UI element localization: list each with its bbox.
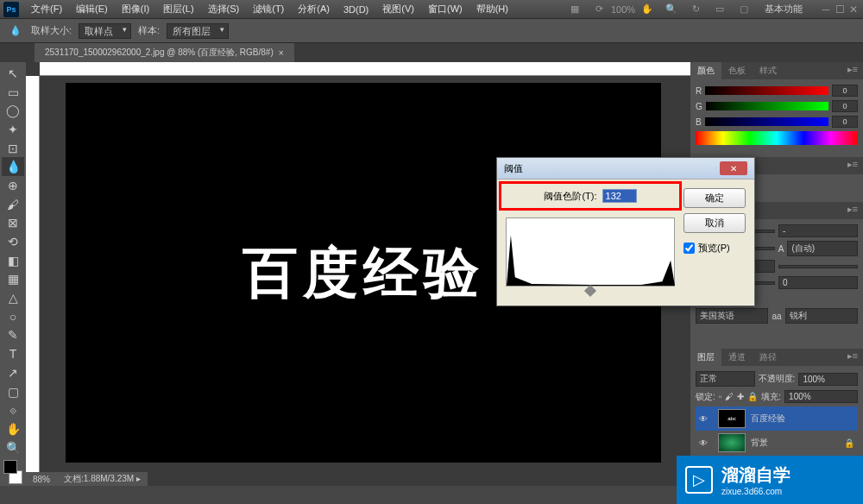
layers-tab[interactable]: 图层 [690,349,721,366]
menu-view[interactable]: 视图(V) [375,1,421,17]
blend-mode-dropdown[interactable]: 正常 [696,371,755,387]
b-value[interactable]: 0 [832,116,858,128]
layer-row[interactable]: 👁 背景 🔒 [696,431,858,455]
history-brush-tool[interactable]: ⟲ [2,232,24,251]
panel-menu-icon[interactable]: ▸≡ [842,349,863,366]
screen-mode-icon[interactable]: ▢ [734,2,754,17]
menu-analysis[interactable]: 分析(A) [291,1,337,17]
sample-size-dropdown[interactable]: 取样点 [79,23,131,39]
3d-tool[interactable]: ⟐ [2,400,24,419]
preview-checkbox[interactable] [683,243,695,254]
marquee-tool[interactable]: ▭ [2,83,24,102]
b-slider[interactable] [705,117,828,126]
cancel-button[interactable]: 取消 [683,213,746,233]
zoom-level[interactable]: 88% [33,475,50,484]
blur-tool[interactable]: △ [2,288,24,307]
magic-wand-tool[interactable]: ✦ [2,120,24,139]
minimize-button[interactable]: ─ [820,3,832,16]
hand-icon[interactable]: ✋ [637,2,658,17]
crop-tool[interactable]: ⊡ [2,139,24,158]
baseline-input[interactable]: 0 [778,276,858,289]
lock-all-icon[interactable]: 🔒 [747,392,758,401]
font-style-input[interactable]: - [778,224,858,237]
threshold-value-input[interactable] [602,189,637,203]
stamp-tool[interactable]: ⊠ [2,214,24,233]
layer-thumbnail: abc [718,409,746,428]
menu-filter[interactable]: 滤镜(T) [246,1,291,17]
lock-transparency-icon[interactable]: ▫ [719,392,722,401]
healing-tool[interactable]: ⊕ [2,176,24,195]
ok-button[interactable]: 确定 [683,188,746,208]
dialog-titlebar[interactable]: 阈值 ✕ [497,158,754,180]
rotate-icon[interactable]: ↻ [685,2,706,17]
move-tool[interactable]: ↖ [2,64,24,83]
r-label: R [696,86,702,96]
path-tool[interactable]: ↗ [2,363,24,382]
antialiasing-dropdown[interactable]: 锐利 [785,308,858,324]
shape-tool[interactable]: ▢ [2,382,24,401]
preview-label: 预览(P) [698,242,730,255]
opacity-input[interactable]: 100% [798,373,858,386]
bridge-icon[interactable]: ▦ [564,2,585,17]
language-dropdown[interactable]: 美国英语 [696,308,768,324]
g-slider[interactable] [706,102,828,110]
type-tool[interactable]: T [2,344,24,363]
fill-input[interactable]: 100% [784,390,858,403]
leading-input[interactable]: (自动) [787,241,858,256]
panel-menu-icon[interactable]: ▸≡ [842,62,863,79]
foreground-color[interactable] [3,460,17,474]
dialog-close-button[interactable]: ✕ [720,161,747,175]
close-button[interactable]: ✕ [847,3,860,16]
threshold-slider[interactable] [506,287,675,297]
layer-name[interactable]: 背景 [751,437,768,449]
menu-help[interactable]: 帮助(H) [469,1,515,17]
menu-edit[interactable]: 编辑(E) [69,1,115,17]
gradient-tool[interactable]: ▦ [2,270,24,289]
lock-position-icon[interactable]: ✚ [737,392,744,401]
dodge-tool[interactable]: ○ [2,307,24,326]
lock-pixels-icon[interactable]: 🖌 [725,392,734,401]
color-tab[interactable]: 颜色 [690,62,721,79]
zoom-icon[interactable]: 🔍 [661,2,682,17]
menu-layer[interactable]: 图层(L) [156,1,200,17]
layer-row[interactable]: 👁 abc 百度经验 [696,406,858,431]
paths-tab[interactable]: 路径 [753,349,784,366]
slider-thumb-icon[interactable] [584,285,596,297]
menu-3d[interactable]: 3D(D) [337,3,375,16]
eraser-tool[interactable]: ◧ [2,251,24,270]
maximize-button[interactable]: ☐ [834,3,846,16]
zoom-tool[interactable]: 🔍 [2,438,24,457]
panel-menu-icon[interactable]: ▸≡ [842,202,863,219]
menu-select[interactable]: 选择(S) [201,1,247,17]
g-value[interactable]: 0 [832,100,858,112]
preview-checkbox-label[interactable]: 预览(P) [683,242,746,255]
r-value[interactable]: 0 [832,85,858,97]
visibility-icon[interactable]: 👁 [699,414,713,424]
threshold-dialog: 阈值 ✕ 阈值色阶(T): 确定 取消 预览(P) [496,157,755,306]
document-tab[interactable]: 2531170_150002962000_2.jpg @ 88% (百度经验, … [35,43,294,62]
r-slider[interactable] [705,86,828,95]
eyedropper-tool[interactable]: 💧 [2,157,24,176]
swatches-tab[interactable]: 色板 [721,62,753,79]
layer-name[interactable]: 百度经验 [751,413,785,425]
hand-tool[interactable]: ✋ [2,419,24,438]
pen-tool[interactable]: ✎ [2,326,24,345]
workspace-selector[interactable]: 基本功能 [758,1,809,17]
styles-tab[interactable]: 样式 [753,62,784,79]
visibility-icon[interactable]: 👁 [699,438,713,448]
color-swatches[interactable] [2,460,24,484]
menu-file[interactable]: 文件(F) [24,1,69,17]
menu-image[interactable]: 图像(I) [115,1,156,17]
arrange-icon[interactable]: ▭ [709,2,730,17]
zoom-dropdown[interactable]: 100% [613,2,633,17]
history-icon[interactable]: ⟳ [589,2,609,17]
color-spectrum[interactable] [696,131,858,145]
panel-menu-icon[interactable]: ▸≡ [842,157,863,174]
sample-dropdown[interactable]: 所有图层 [167,23,229,39]
channels-tab[interactable]: 通道 [721,349,753,366]
tab-close-icon[interactable]: × [279,48,284,58]
menu-window[interactable]: 窗口(W) [421,1,469,17]
brush-tool[interactable]: 🖌 [2,195,24,214]
kerning-input[interactable] [778,265,858,268]
lasso-tool[interactable]: ◯ [2,101,24,120]
